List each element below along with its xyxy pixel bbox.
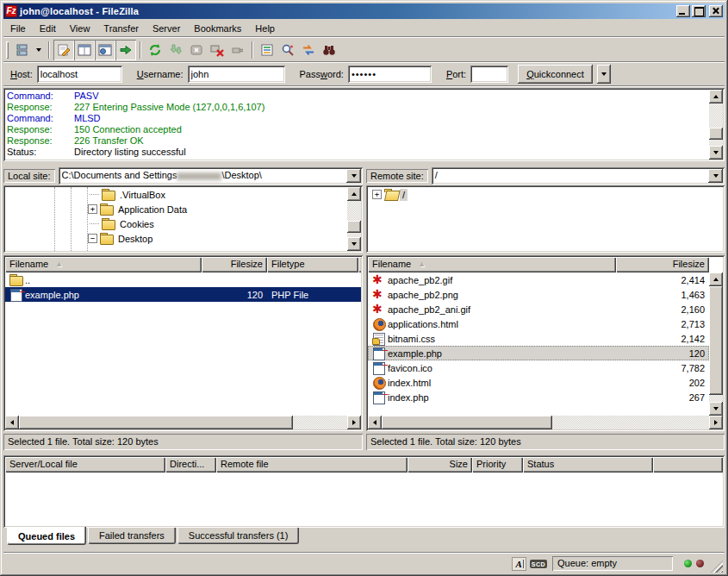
find-files-button[interactable] [319, 40, 339, 60]
expand-icon[interactable] [88, 204, 97, 214]
remote-path-combo[interactable]: / [432, 167, 725, 185]
scroll-thumb[interactable] [709, 128, 723, 140]
scroll-down-button[interactable] [709, 146, 723, 160]
file-row-example-php[interactable]: example.php 120 PHP File 1 [5, 287, 361, 302]
toggle-message-log-button[interactable] [53, 40, 74, 60]
scroll-track[interactable] [552, 416, 709, 429]
sort-ascending-icon: ▲ [418, 259, 426, 272]
tree-item-virtualbox[interactable]: .VirtualBox [5, 187, 347, 202]
quickconnect-button[interactable]: Quickconnect [518, 65, 593, 84]
scroll-track[interactable] [709, 103, 723, 146]
local-path-combo[interactable]: C:\Documents and Settings\Desktop\ [59, 167, 363, 185]
refresh-button[interactable] [145, 40, 165, 60]
tree-item-cookies[interactable]: Cookies [5, 216, 347, 231]
titlebar[interactable]: Fz john@localhost - FileZilla [3, 3, 725, 19]
scroll-left-button[interactable] [5, 416, 19, 429]
local-horizontal-scrollbar[interactable] [5, 416, 361, 429]
toolbar-grip[interactable] [6, 41, 9, 59]
remote-vertical-scrollbar[interactable] [709, 272, 723, 416]
tree-item-application-data[interactable]: Application Data [5, 202, 347, 216]
directory-filters-button[interactable] [257, 40, 277, 60]
column-header-server-local-file[interactable]: Server/Local file [5, 457, 165, 473]
directory-comparison-button[interactable] [277, 40, 298, 60]
file-row[interactable]: index.html202 [368, 375, 709, 390]
toggle-transfer-queue-button[interactable] [115, 40, 136, 60]
file-row[interactable]: applications.html2,713 [368, 316, 709, 331]
collapse-icon[interactable] [88, 234, 97, 243]
file-row[interactable]: favicon.ico7,782 [368, 360, 709, 375]
column-header-size[interactable]: Size [408, 457, 472, 473]
column-header-filename[interactable]: Filename▲ [368, 257, 616, 272]
maximize-button[interactable] [692, 5, 706, 17]
username-input[interactable] [188, 66, 285, 83]
scroll-right-button[interactable] [347, 416, 361, 429]
scroll-right-button[interactable] [709, 416, 723, 429]
tab-queued-files[interactable]: Queued files [7, 527, 86, 545]
scroll-thumb[interactable] [709, 286, 723, 395]
scroll-thumb[interactable] [19, 416, 293, 429]
column-header-remote-file[interactable]: Remote file [216, 457, 408, 473]
toggle-remote-tree-button[interactable] [95, 40, 115, 60]
file-row[interactable]: bitnami.css2,142 [368, 331, 709, 346]
scroll-up-button[interactable] [347, 187, 361, 201]
expand-icon[interactable] [372, 190, 382, 199]
toggle-local-tree-button[interactable] [74, 40, 95, 60]
scroll-thumb[interactable] [347, 221, 361, 233]
local-path-dropdown-button[interactable] [346, 169, 361, 183]
close-button[interactable] [709, 5, 723, 17]
file-row-selected[interactable]: example.php120 [368, 346, 709, 360]
tab-successful-transfers[interactable]: Successful transfers (1) [177, 528, 300, 544]
menu-transfer[interactable]: Transfer [96, 22, 146, 35]
file-row[interactable]: apache_pb2.gif2,414 [368, 272, 709, 287]
tree-item-root[interactable]: / [368, 187, 723, 202]
tree-item-desktop[interactable]: Desktop [5, 231, 347, 246]
menu-bookmarks[interactable]: Bookmarks [187, 22, 248, 35]
menu-edit[interactable]: Edit [33, 22, 63, 35]
remote-horizontal-scrollbar[interactable] [368, 416, 723, 429]
process-queue-button[interactable] [165, 40, 186, 60]
remote-path-dropdown-button[interactable] [708, 169, 723, 183]
port-input[interactable] [470, 66, 508, 83]
column-header-lastmodified[interactable]: L [358, 257, 361, 272]
menu-help[interactable]: Help [248, 22, 282, 35]
scroll-up-button[interactable] [709, 90, 723, 103]
file-row[interactable]: apache_pb2.png1,463 [368, 287, 709, 302]
file-row-parent-dir[interactable]: .. [5, 272, 361, 287]
scroll-track[interactable] [347, 201, 361, 237]
synchronized-browsing-button[interactable] [298, 40, 319, 60]
tab-failed-transfers[interactable]: Failed transfers [88, 528, 176, 544]
scroll-thumb[interactable] [382, 416, 552, 429]
password-input[interactable] [348, 66, 432, 83]
column-header-filetype[interactable]: Filetype [267, 257, 358, 272]
scroll-track[interactable] [709, 286, 723, 402]
file-row[interactable]: index.php267 [368, 390, 709, 404]
column-header-filesize[interactable]: Filesize [202, 257, 267, 272]
column-header-filesize[interactable]: Filesize [616, 257, 709, 272]
minimize-button[interactable] [676, 5, 690, 17]
toolbar [3, 39, 725, 61]
scroll-up-button[interactable] [709, 272, 723, 286]
site-manager-dropdown-button[interactable] [33, 40, 45, 60]
log-vertical-scrollbar[interactable] [709, 90, 723, 160]
column-header-priority[interactable]: Priority [472, 457, 523, 473]
site-manager-button[interactable] [12, 40, 33, 60]
column-header-filename[interactable]: Filename▲ [5, 257, 202, 272]
host-input[interactable] [37, 66, 122, 83]
menu-file[interactable]: File [3, 22, 33, 35]
menu-view[interactable]: View [63, 22, 97, 35]
column-header-status[interactable]: Status [523, 457, 653, 473]
scroll-left-button[interactable] [368, 416, 382, 429]
resize-grip[interactable] [711, 560, 723, 573]
scroll-down-button[interactable] [709, 402, 723, 416]
quickconnect-dropdown-button[interactable] [597, 65, 611, 84]
scroll-track[interactable] [293, 416, 347, 429]
scroll-down-button[interactable] [347, 237, 361, 251]
local-tree-vertical-scrollbar[interactable] [347, 187, 361, 251]
reconnect-button[interactable] [227, 40, 248, 60]
cancel-operation-button[interactable] [186, 40, 207, 60]
chevron-down-icon [713, 174, 719, 178]
file-row[interactable]: apache_pb2_ani.gif2,160 [368, 302, 709, 316]
menu-server[interactable]: Server [146, 22, 187, 35]
column-header-direction[interactable]: Directi... [165, 457, 216, 473]
disconnect-button[interactable] [207, 40, 227, 60]
